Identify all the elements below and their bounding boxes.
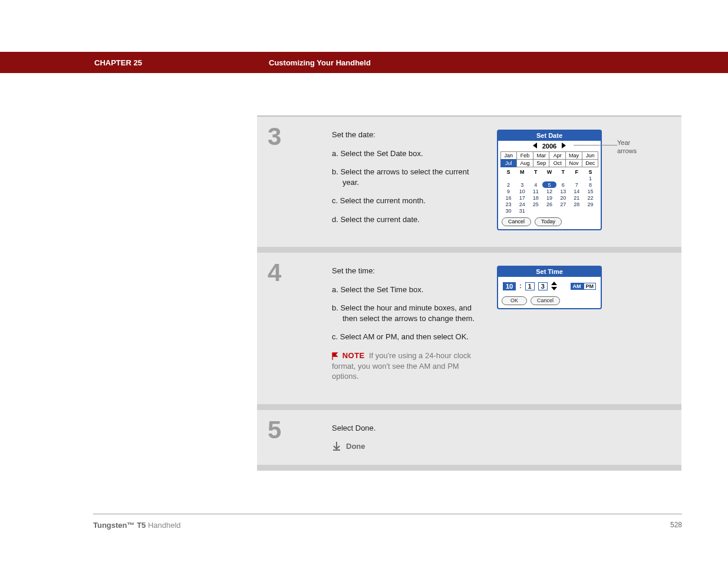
month-nov[interactable]: Nov: [565, 159, 582, 167]
cancel-button[interactable]: Cancel: [502, 217, 531, 226]
year-prev-icon[interactable]: [533, 143, 537, 148]
step-3-illustration: Set Date 2006 Jan Feb Mar Apr May Jun: [497, 130, 672, 233]
step-5-number: 5: [257, 410, 325, 465]
set-date-buttons: Cancel Today: [498, 216, 601, 229]
day-4[interactable]: 4: [529, 181, 542, 188]
month-aug[interactable]: Aug: [516, 159, 533, 167]
day-26[interactable]: 26: [542, 201, 556, 207]
month-apr[interactable]: Apr: [549, 151, 566, 160]
day-28[interactable]: 28: [570, 201, 584, 207]
day-24[interactable]: 24: [515, 201, 529, 207]
day-empty: [570, 175, 584, 181]
day-8[interactable]: 8: [584, 181, 597, 188]
year-next-icon[interactable]: [562, 143, 566, 148]
day-21[interactable]: 21: [570, 194, 584, 201]
step-3-a: a. Select the Set Date box.: [332, 148, 485, 159]
set-date-dialog: Set Date 2006 Jan Feb Mar Apr May Jun: [497, 130, 602, 230]
step-5-line: Select Done.: [332, 423, 672, 434]
day-empty: [542, 175, 556, 181]
month-sep[interactable]: Sep: [533, 159, 550, 167]
set-time-dialog: Set Time 10 : 1 3 AM PM: [497, 266, 602, 309]
month-may[interactable]: May: [565, 151, 582, 160]
day-7[interactable]: 7: [570, 181, 584, 188]
day-27[interactable]: 27: [556, 201, 570, 207]
day-14[interactable]: 14: [570, 188, 584, 194]
footer-rule: [93, 514, 682, 514]
today-button[interactable]: Today: [535, 217, 562, 226]
day-15[interactable]: 15: [584, 188, 597, 194]
day-10[interactable]: 10: [515, 188, 529, 194]
month-jul[interactable]: Jul: [500, 159, 518, 167]
day-12[interactable]: 12: [542, 188, 556, 194]
day-1[interactable]: 1: [584, 175, 597, 181]
day-empty: [570, 207, 584, 214]
chapter-label: CHAPTER 25: [94, 58, 142, 67]
dow-t2: T: [556, 169, 570, 175]
step-4-text: Set the time: a. Select the Set Time box…: [332, 266, 485, 389]
dow-w: W: [542, 169, 556, 175]
day-empty: [529, 207, 542, 214]
footer-page: 528: [670, 521, 682, 529]
steps-panel: 3 Set the date: a. Select the Set Date b…: [257, 115, 681, 471]
time-spinner[interactable]: [551, 282, 557, 290]
time-colon: :: [519, 283, 521, 289]
cancel-button[interactable]: Cancel: [531, 296, 560, 305]
day-16[interactable]: 16: [502, 194, 515, 201]
month-jun[interactable]: Jun: [582, 151, 599, 160]
day-18[interactable]: 18: [529, 194, 542, 201]
month-oct[interactable]: Oct: [549, 159, 566, 167]
day-29[interactable]: 29: [584, 201, 597, 207]
day-31[interactable]: 31: [515, 207, 529, 214]
day-23[interactable]: 23: [502, 201, 515, 207]
day-5[interactable]: 5: [542, 181, 556, 188]
step-3-d: d. Select the current date.: [332, 214, 485, 225]
step-4-b: b. Select the hour and minute boxes, and…: [332, 303, 485, 323]
day-empty: [556, 175, 570, 181]
day-9[interactable]: 9: [502, 188, 515, 194]
footer-product-rest: Handheld: [146, 521, 180, 530]
minute-tens-box[interactable]: 1: [525, 282, 535, 290]
day-13[interactable]: 13: [556, 188, 570, 194]
set-time-buttons: OK Cancel: [498, 294, 601, 308]
day-11[interactable]: 11: [529, 188, 542, 194]
month-jan[interactable]: Jan: [500, 151, 518, 160]
day-3[interactable]: 3: [515, 181, 529, 188]
day-2[interactable]: 2: [502, 181, 515, 188]
day-25[interactable]: 25: [529, 201, 542, 207]
callout-line: [574, 145, 617, 146]
note-label: NOTE: [342, 351, 365, 360]
hour-box[interactable]: 10: [503, 282, 516, 290]
am-box[interactable]: AM: [571, 283, 584, 290]
day-30[interactable]: 30: [502, 207, 515, 214]
dow-t: T: [529, 169, 542, 175]
day-22[interactable]: 22: [584, 194, 597, 201]
step-4-note: NOTE If you're using a 24-hour clock for…: [332, 351, 485, 382]
month-mar[interactable]: Mar: [533, 151, 550, 160]
chevron-up-icon[interactable]: [551, 282, 557, 285]
header-title: Customizing Your Handheld: [269, 58, 371, 67]
day-20[interactable]: 20: [556, 194, 570, 201]
set-time-title: Set Time: [498, 267, 601, 277]
chevron-down-icon[interactable]: [551, 287, 557, 290]
day-empty: [515, 175, 529, 181]
month-feb[interactable]: Feb: [516, 151, 533, 160]
month-grid: Jan Feb Mar Apr May Jun Jul Aug Sep Oct …: [500, 151, 598, 167]
header-band: CHAPTER 25 Customizing Your Handheld: [0, 52, 728, 73]
step-3-c: c. Select the current month.: [332, 196, 485, 206]
day-19[interactable]: 19: [542, 194, 556, 201]
time-body: 10 : 1 3 AM PM: [498, 277, 601, 294]
day-6[interactable]: 6: [556, 181, 570, 188]
dow-f: F: [570, 169, 584, 175]
footer-product: Tungsten™ T5 Handheld: [93, 521, 181, 530]
step-5: 5 Select Done. Done: [257, 404, 681, 471]
day-17[interactable]: 17: [515, 194, 529, 201]
set-date-title: Set Date: [498, 131, 601, 141]
dow-row: S M T W T F S: [502, 169, 597, 175]
pm-box[interactable]: PM: [584, 283, 597, 290]
month-dec[interactable]: Dec: [582, 159, 599, 167]
footer-product-bold: Tungsten™ T5: [93, 521, 146, 530]
ok-button[interactable]: OK: [502, 296, 527, 305]
step-4-illustration: Set Time 10 : 1 3 AM PM: [497, 266, 672, 389]
minute-ones-box[interactable]: 3: [538, 282, 548, 290]
step-4: 4 Set the time: a. Select the Set Time b…: [257, 247, 681, 404]
